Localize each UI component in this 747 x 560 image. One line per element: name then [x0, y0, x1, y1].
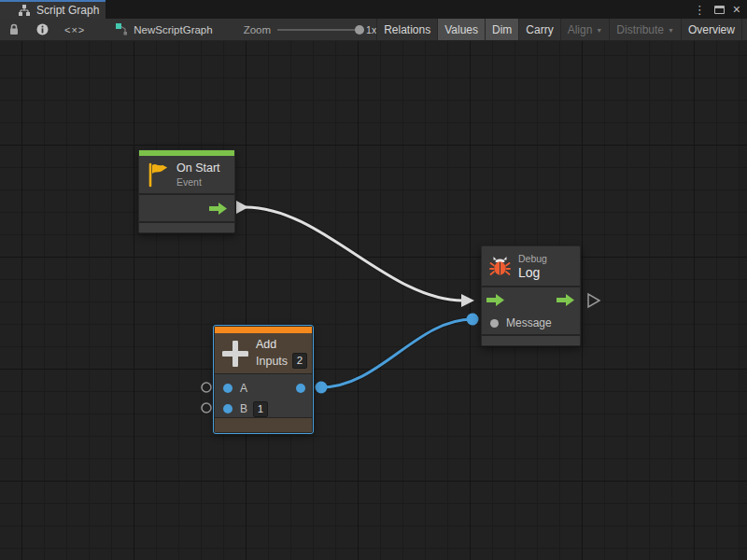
- port-row-a: A: [215, 378, 312, 399]
- sum-output-port[interactable]: [296, 384, 305, 393]
- input-port-a[interactable]: [223, 384, 233, 393]
- info-icon: [36, 23, 49, 35]
- tab-title: Script Graph: [36, 4, 99, 17]
- zoom-value: 1x: [366, 24, 376, 35]
- tab-script-graph[interactable]: Script Graph: [0, 0, 106, 19]
- dim-button[interactable]: Dim: [485, 19, 518, 40]
- relations-button[interactable]: Relations: [376, 19, 437, 40]
- graph-tree-icon: [18, 5, 31, 17]
- info-button[interactable]: [28, 19, 57, 40]
- carry-button[interactable]: Carry: [518, 19, 559, 40]
- window-menu-icon[interactable]: ⋮: [694, 4, 706, 16]
- lock-icon: [8, 23, 20, 35]
- port-row-b: B 1: [215, 399, 312, 419]
- zoom-control: Zoom 1x: [244, 19, 377, 40]
- port-b-value-field[interactable]: 1: [253, 401, 268, 417]
- zoom-slider[interactable]: [277, 29, 359, 31]
- port-label: A: [240, 382, 247, 395]
- zoom-slider-handle[interactable]: [355, 25, 364, 35]
- input-port-b[interactable]: [223, 404, 233, 413]
- wire-layer: [0, 41, 747, 560]
- node-header: On Start Event: [139, 156, 234, 193]
- plus-icon: [222, 341, 248, 367]
- align-dropdown[interactable]: Align ▼: [560, 19, 610, 40]
- wire-start-dot-icon: [316, 382, 328, 394]
- zoom-label: Zoom: [244, 24, 271, 35]
- wire-start-arrow-icon: [236, 201, 248, 214]
- node-header: Debug Log: [482, 246, 580, 286]
- script-graph-asset-icon: [116, 23, 128, 35]
- node-footer: [482, 336, 580, 345]
- wire-end-dot-icon: [467, 314, 479, 326]
- message-port-row: Message: [482, 312, 580, 334]
- control-wire-onstart-to-log[interactable]: [246, 207, 463, 301]
- port-label: Message: [506, 316, 552, 329]
- tab-bar: Script Graph ⋮ ×: [0, 0, 747, 19]
- chevron-down-icon: ▼: [668, 27, 674, 34]
- code-view-button[interactable]: <×>: [57, 19, 92, 40]
- node-footer: [215, 418, 312, 432]
- node-add[interactable]: Add Inputs 2 A B 1: [214, 326, 313, 433]
- close-icon[interactable]: ×: [733, 3, 740, 16]
- window-controls: ⋮ ×: [694, 0, 747, 19]
- node-surtitle: Debug: [518, 253, 547, 264]
- trigger-input-port[interactable]: [486, 294, 505, 306]
- values-button[interactable]: Values: [437, 19, 485, 40]
- trigger-output-port[interactable]: [209, 203, 228, 215]
- node-subtitle: Event: [176, 176, 220, 188]
- flag-icon: [147, 162, 169, 188]
- fullscreen-button[interactable]: Full S: [741, 19, 747, 40]
- inputs-count-field[interactable]: 2: [292, 353, 307, 369]
- toolbar-toggle-group: Relations Values Dim Carry Align ▼ Distr…: [376, 19, 747, 40]
- node-port-area: [139, 195, 234, 221]
- node-header: Add Inputs 2: [215, 333, 312, 373]
- overview-button[interactable]: Overview: [681, 19, 741, 40]
- port-hint-triangle-icon[interactable]: [588, 294, 599, 307]
- chevron-down-icon: ▼: [596, 27, 602, 34]
- distribute-dropdown[interactable]: Distribute ▼: [609, 19, 681, 40]
- inputs-label: Inputs: [256, 355, 288, 368]
- maximize-icon[interactable]: [714, 6, 725, 14]
- lock-button[interactable]: [0, 19, 28, 40]
- node-port-area: A B 1: [215, 374, 312, 417]
- graph-name-box[interactable]: NewScriptGraph: [116, 19, 212, 40]
- graph-canvas[interactable]: On Start Event: [0, 41, 747, 560]
- math-accent-bar: [215, 327, 312, 333]
- wire-end-arrow-icon: [461, 294, 474, 307]
- graph-toolbar: <×> NewScriptGraph Zoom 1x Relations Val…: [0, 19, 747, 41]
- trigger-port-row: [482, 287, 580, 312]
- node-debug-log[interactable]: Debug Log Message: [481, 245, 581, 346]
- port-hint-circle-icon[interactable]: [202, 383, 211, 392]
- node-title: Log: [518, 265, 547, 280]
- code-icon: <×>: [64, 24, 85, 35]
- port-hint-circle-icon[interactable]: [202, 403, 211, 413]
- bug-icon: [489, 256, 511, 277]
- port-label: B: [240, 402, 247, 415]
- node-footer: [139, 223, 234, 232]
- message-input-port[interactable]: [490, 319, 499, 328]
- node-title: On Start: [176, 161, 220, 175]
- value-wire-add-to-message[interactable]: [321, 319, 472, 387]
- graph-name-label: NewScriptGraph: [134, 24, 212, 35]
- trigger-output-port[interactable]: [557, 294, 575, 306]
- node-title: Add: [256, 338, 307, 351]
- node-on-start[interactable]: On Start Event: [138, 149, 235, 233]
